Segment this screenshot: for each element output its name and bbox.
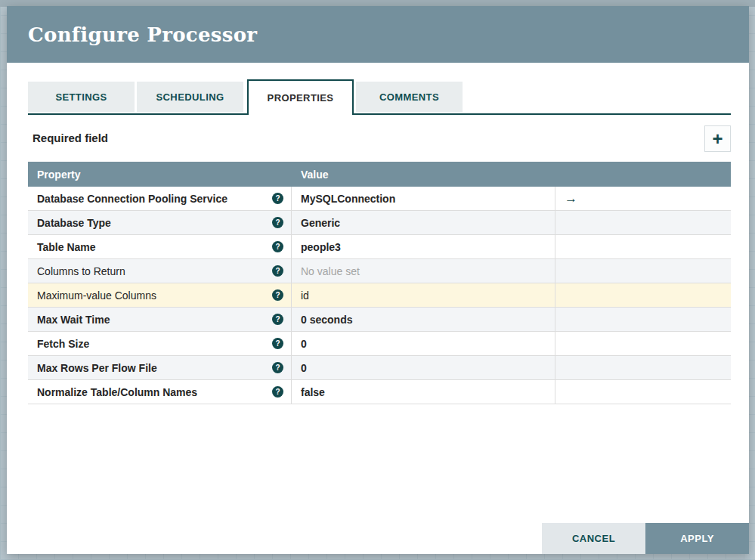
go-to-service-arrow-icon[interactable]: → (565, 192, 577, 205)
tab-comments[interactable]: COMMENTS (356, 82, 463, 112)
property-row[interactable]: Table Name?people3 (28, 235, 731, 259)
cancel-button[interactable]: CANCEL (542, 523, 645, 554)
property-value: MySQLConnection (301, 193, 395, 205)
help-icon[interactable]: ? (272, 362, 283, 373)
property-row[interactable]: Max Wait Time?0 seconds (28, 308, 731, 332)
property-value: 0 seconds (301, 314, 352, 326)
property-row[interactable]: Normalize Table/Column Names?false (28, 380, 731, 404)
property-value-cell[interactable]: Generic (292, 211, 555, 234)
property-name-cell: Max Wait Time? (28, 308, 292, 331)
property-value: Generic (301, 217, 340, 229)
properties-table: Property Value Database Connection Pooli… (28, 162, 731, 404)
property-name: Max Rows Per Flow File (37, 362, 272, 374)
help-icon[interactable]: ? (272, 241, 283, 252)
property-name: Maximum-value Columns (37, 289, 272, 302)
property-actions-cell (555, 283, 731, 307)
help-icon[interactable]: ? (272, 314, 283, 325)
dialog-body: SETTINGS SCHEDULING PROPERTIES COMMENTS … (28, 63, 731, 404)
property-name-cell: Database Connection Pooling Service? (28, 187, 292, 210)
property-name: Database Connection Pooling Service (37, 193, 272, 205)
property-name-cell: Max Rows Per Flow File? (28, 356, 292, 379)
add-property-button[interactable]: + (704, 125, 731, 152)
property-name: Database Type (37, 217, 272, 229)
help-icon[interactable]: ? (272, 217, 283, 228)
property-name: Max Wait Time (37, 314, 272, 326)
required-field-label: Required field (32, 131, 108, 144)
help-icon[interactable]: ? (272, 193, 283, 204)
property-value: id (301, 289, 309, 302)
property-actions-cell (555, 211, 731, 234)
property-value-cell[interactable]: false (292, 380, 555, 404)
table-body: Database Connection Pooling Service?MySQ… (28, 187, 731, 404)
apply-button[interactable]: APPLY (645, 523, 749, 554)
help-icon[interactable]: ? (272, 338, 283, 349)
help-icon[interactable]: ? (272, 289, 283, 301)
property-value: false (301, 386, 325, 398)
property-name-cell: Normalize Table/Column Names? (28, 380, 292, 404)
property-value: No value set (301, 265, 360, 277)
property-value-cell[interactable]: 0 (292, 332, 555, 355)
dialog-footer: CANCEL APPLY (542, 523, 749, 554)
property-value-cell[interactable]: 0 (292, 356, 555, 379)
property-actions-cell (555, 332, 731, 355)
property-name-cell: Columns to Return? (28, 259, 292, 283)
property-actions-cell (555, 380, 731, 404)
tab-underline (28, 113, 731, 115)
property-name: Columns to Return (37, 265, 272, 277)
plus-icon: + (712, 128, 723, 149)
property-name: Fetch Size (37, 338, 272, 350)
column-header-property: Property (28, 169, 292, 181)
property-value-cell[interactable]: MySQLConnection (292, 187, 555, 210)
property-name-cell: Table Name? (28, 235, 292, 258)
property-name: Normalize Table/Column Names (37, 386, 272, 398)
property-value-cell[interactable]: id (292, 283, 555, 307)
property-name-cell: Fetch Size? (28, 332, 292, 355)
property-row[interactable]: Columns to Return?No value set (28, 259, 731, 283)
property-row[interactable]: Max Rows Per Flow File?0 (28, 356, 731, 380)
property-actions-cell (555, 356, 731, 379)
table-header-row: Property Value (28, 162, 731, 187)
property-value: 0 (301, 362, 307, 374)
configure-processor-dialog: Configure Processor SETTINGS SCHEDULING … (7, 6, 749, 554)
property-name: Table Name (37, 241, 272, 253)
property-name-cell: Database Type? (28, 211, 292, 234)
tab-scheduling[interactable]: SCHEDULING (137, 82, 243, 112)
property-name-cell: Maximum-value Columns? (28, 283, 292, 307)
property-row[interactable]: Maximum-value Columns?id (28, 283, 731, 308)
property-value-cell[interactable]: 0 seconds (292, 308, 555, 331)
property-row[interactable]: Database Connection Pooling Service?MySQ… (28, 187, 731, 211)
dialog-header: Configure Processor (7, 6, 749, 63)
tab-settings[interactable]: SETTINGS (28, 82, 135, 112)
property-row[interactable]: Fetch Size?0 (28, 332, 731, 356)
help-icon[interactable]: ? (272, 265, 283, 277)
property-value: people3 (301, 241, 341, 253)
property-actions-cell (555, 259, 731, 283)
dialog-title: Configure Processor (28, 23, 257, 46)
property-value-cell[interactable]: people3 (292, 235, 555, 258)
property-actions-cell (555, 308, 731, 331)
property-actions-cell (555, 235, 731, 258)
property-row[interactable]: Database Type?Generic (28, 211, 731, 235)
property-value: 0 (301, 338, 307, 350)
tab-properties[interactable]: PROPERTIES (247, 79, 354, 115)
help-icon[interactable]: ? (272, 386, 283, 398)
column-header-value: Value (292, 169, 555, 181)
property-value-cell[interactable]: No value set (292, 259, 555, 283)
tab-bar: SETTINGS SCHEDULING PROPERTIES COMMENTS (28, 79, 731, 115)
properties-toolbar: Required field + (28, 125, 731, 154)
property-actions-cell: → (555, 187, 731, 210)
